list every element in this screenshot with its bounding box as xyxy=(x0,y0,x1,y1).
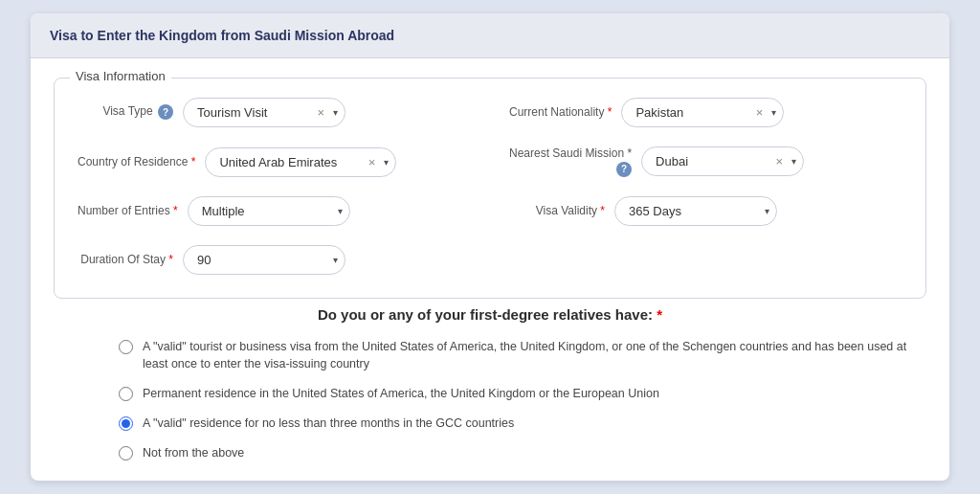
visa-validity-group: Visa Validity * 365 Days 180 Days 90 Day… xyxy=(509,196,902,226)
visa-type-group: Visa Type ? Tourism Visit Business Visit… xyxy=(78,98,471,127)
visa-type-label: Visa Type ? xyxy=(78,104,173,120)
number-of-entries-label: Number of Entries * xyxy=(78,204,178,217)
duration-of-stay-group: Duration Of Stay * 90 30 60 ▾ xyxy=(78,245,471,275)
form-row-1: Visa Type ? Tourism Visit Business Visit… xyxy=(78,98,902,127)
visa-validity-label: Visa Validity * xyxy=(509,204,605,217)
form-row-2: Country of Residence * United Arab Emira… xyxy=(78,146,902,177)
radio-label-2: A "valid" residence for no less than thr… xyxy=(143,415,514,433)
question-section: Do you or any of your first-degree relat… xyxy=(54,306,926,462)
radio-input-0[interactable] xyxy=(119,340,133,354)
radio-item-0[interactable]: A "valid" tourist or business visa from … xyxy=(119,338,919,374)
number-of-entries-select-wrapper: Multiple Single Double ▾ xyxy=(188,196,350,226)
number-of-entries-select[interactable]: Multiple Single Double xyxy=(188,196,350,226)
page-header: Visa to Enter the Kingdom from Saudi Mis… xyxy=(31,13,949,58)
country-of-residence-clear-button[interactable]: × xyxy=(368,156,376,168)
current-nationality-group: Current Nationality * Pakistan India Egy… xyxy=(509,98,902,127)
visa-type-clear-button[interactable]: × xyxy=(317,106,324,119)
question-title: Do you or any of your first-degree relat… xyxy=(61,306,919,323)
visa-validity-select-wrapper: 365 Days 180 Days 90 Days ▾ xyxy=(614,196,777,226)
radio-input-3[interactable] xyxy=(119,446,133,460)
country-of-residence-select-wrapper: United Arab Emirates Saudi Arabia Kuwait… xyxy=(205,147,396,177)
form-section: Visa Information Visa Type ? Tourism Vis… xyxy=(31,58,949,482)
current-nationality-clear-button[interactable]: × xyxy=(756,106,764,119)
visa-type-help-icon[interactable]: ? xyxy=(158,104,173,120)
visa-validity-select[interactable]: 365 Days 180 Days 90 Days xyxy=(614,196,777,226)
question-required-mark: * xyxy=(657,306,662,323)
current-nationality-select-wrapper: Pakistan India Egypt × ▾ xyxy=(621,98,784,127)
number-of-entries-group: Number of Entries * Multiple Single Doub… xyxy=(78,196,471,226)
radio-input-2[interactable] xyxy=(119,416,133,431)
radio-group: A "valid" tourist or business visa from … xyxy=(61,338,919,462)
radio-input-1[interactable] xyxy=(119,387,133,401)
main-container: Visa to Enter the Kingdom from Saudi Mis… xyxy=(31,13,949,482)
nearest-mission-select-wrapper: Dubai Abu Dhabi Jeddah × ▾ xyxy=(641,146,804,176)
country-of-residence-label: Country of Residence * xyxy=(78,155,195,168)
visa-information-fieldset: Visa Information Visa Type ? Tourism Vis… xyxy=(54,78,926,299)
duration-of-stay-label: Duration Of Stay * xyxy=(78,253,173,266)
radio-label-1: Permanent residence in the United States… xyxy=(143,385,659,403)
duration-of-stay-select-wrapper: 90 30 60 ▾ xyxy=(183,245,345,275)
page-title: Visa to Enter the Kingdom from Saudi Mis… xyxy=(50,28,394,43)
current-nationality-label: Current Nationality * xyxy=(509,105,612,119)
form-row-4: Duration Of Stay * 90 30 60 ▾ xyxy=(78,245,902,275)
nearest-mission-help-icon[interactable]: ? xyxy=(616,162,632,177)
radio-label-0: A "valid" tourist or business visa from … xyxy=(143,338,919,374)
nearest-mission-label-wrapper: Nearest Saudi Mission * ? xyxy=(509,146,632,177)
radio-item-3[interactable]: Not from the above xyxy=(119,444,919,462)
radio-item-2[interactable]: A "valid" residence for no less than thr… xyxy=(119,415,919,433)
country-of-residence-group: Country of Residence * United Arab Emira… xyxy=(78,147,471,177)
nearest-mission-clear-button[interactable]: × xyxy=(775,155,783,168)
visa-type-select-wrapper: Tourism Visit Business Visit Family Visi… xyxy=(183,98,345,127)
duration-of-stay-select[interactable]: 90 30 60 xyxy=(183,245,345,275)
radio-label-3: Not from the above xyxy=(143,444,244,462)
nearest-saudi-mission-group: Nearest Saudi Mission * ? Dubai Abu Dhab… xyxy=(509,146,902,177)
form-row-3: Number of Entries * Multiple Single Doub… xyxy=(78,196,902,226)
fieldset-legend: Visa Information xyxy=(70,69,171,83)
radio-item-1[interactable]: Permanent residence in the United States… xyxy=(119,385,919,403)
